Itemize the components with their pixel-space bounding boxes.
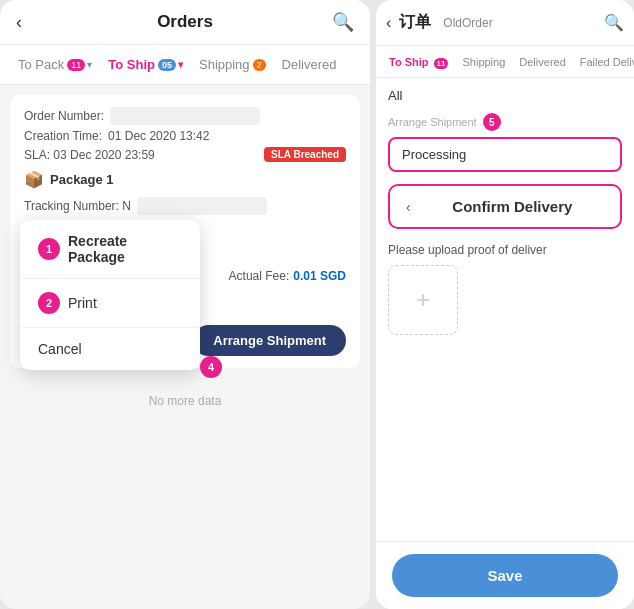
tracking-row: Tracking Number: N [24,197,346,215]
upload-box[interactable]: + [388,265,458,335]
confirm-back-icon: ‹ [406,199,411,215]
no-more-text: No more data [0,378,370,424]
creation-label: Creation Time: [24,129,102,143]
tab-delivered[interactable]: Delivered [276,53,343,76]
back-icon-left[interactable]: ‹ [16,12,22,33]
print-label: Print [68,295,97,311]
arrange-shipment-button[interactable]: Arrange Shipment [193,325,346,356]
left-tabs-row: To Pack 11 ▾ To Ship 05 ▾ Shipping 2 Del… [0,45,370,85]
tab-to-pack-badge: 11 [67,59,85,71]
right-tab-to-ship-badge: 11 [434,58,449,69]
creation-value: 01 Dec 2020 13:42 [108,129,209,143]
right-footer: Save [376,541,634,609]
tab-to-ship[interactable]: To Ship 05 ▾ [102,53,189,76]
badge-4: 4 [200,356,222,378]
cancel-label: Cancel [38,341,82,357]
tab-to-pack[interactable]: To Pack 11 ▾ [12,53,98,76]
save-button[interactable]: Save [392,554,618,597]
right-header: ‹ 订单 OldOrder 🔍 [376,0,634,46]
tab-shipping-badge: 2 [253,59,266,71]
right-tab-to-ship[interactable]: To Ship 11 [384,53,453,71]
context-menu-cancel[interactable]: Cancel [20,328,200,370]
upload-label: Please upload proof of deliver [388,243,622,257]
order-number-row: Order Number: [24,107,346,125]
upload-plus-icon: + [416,286,430,314]
all-filter-row: All [388,88,622,103]
tracking-label: Tracking Number: N [24,199,131,213]
tab-to-pack-chevron: ▾ [87,59,92,70]
right-title: 订单 [399,12,431,33]
tab-shipping[interactable]: Shipping 2 [193,53,272,76]
right-tab-failed-label: Failed Delivery [580,56,634,68]
context-menu-print[interactable]: 2 Print [20,279,200,328]
all-filter-value: All [388,88,622,103]
sla-badge: SLA Breached [264,147,346,162]
package-label: Package 1 [50,172,114,187]
right-tab-delivered[interactable]: Delivered [514,53,570,71]
left-header: ‹ Orders 🔍 [0,0,370,45]
right-tabs: To Ship 11 Shipping Delivered Failed Del… [376,46,634,78]
tab-delivered-label: Delivered [282,57,337,72]
package-header: 📦 Package 1 [24,170,346,189]
back-icon-right[interactable]: ‹ [386,14,391,32]
arrange-shipment-label: Arrange Shipment 5 [388,113,622,131]
left-panel: ‹ Orders 🔍 To Pack 11 ▾ To Ship 05 ▾ Shi… [0,0,370,609]
right-tab-failed-delivery[interactable]: Failed Delivery [575,53,634,71]
tab-to-pack-label: To Pack [18,57,64,72]
tab-to-ship-chevron: ▾ [178,59,183,70]
badge-5: 5 [483,113,501,131]
right-tab-shipping-label: Shipping [462,56,505,68]
right-tab-delivered-label: Delivered [519,56,565,68]
fee-label: Actual Fee: [229,269,290,283]
fee-amount: 0.01 SGD [293,269,346,283]
right-panel: ‹ 订单 OldOrder 🔍 To Ship 11 Shipping Deli… [376,0,634,609]
confirm-delivery-label: Confirm Delivery [421,198,604,215]
badge-2: 2 [38,292,60,314]
old-order-label: OldOrder [443,16,492,30]
tab-to-ship-badge: 05 [158,59,176,71]
order-number-value [110,107,260,125]
tab-shipping-label: Shipping [199,57,250,72]
sla-text: SLA: 03 Dec 2020 23:59 [24,148,155,162]
right-tab-to-ship-label: To Ship [389,56,429,68]
context-menu: 1 Recreate Package 2 Print Cancel [20,220,200,370]
search-icon-left[interactable]: 🔍 [332,11,354,33]
tracking-value-box [137,197,267,215]
context-menu-recreate[interactable]: 1 Recreate Package [20,220,200,279]
processing-input[interactable] [388,137,622,172]
left-title: Orders [157,12,213,32]
confirm-delivery-button[interactable]: ‹ Confirm Delivery [388,184,622,229]
creation-time-row: Creation Time: 01 Dec 2020 13:42 [24,129,346,143]
package-icon: 📦 [24,170,44,189]
right-content: All Arrange Shipment 5 ‹ Confirm Deliver… [376,78,634,541]
badge-1: 1 [38,238,60,260]
recreate-label: Recreate Package [68,233,182,265]
order-number-label: Order Number: [24,109,104,123]
right-tab-shipping[interactable]: Shipping [457,53,510,71]
tab-to-ship-label: To Ship [108,57,155,72]
search-icon-right[interactable]: 🔍 [604,13,624,32]
sla-row: SLA: 03 Dec 2020 23:59 SLA Breached [24,147,346,162]
